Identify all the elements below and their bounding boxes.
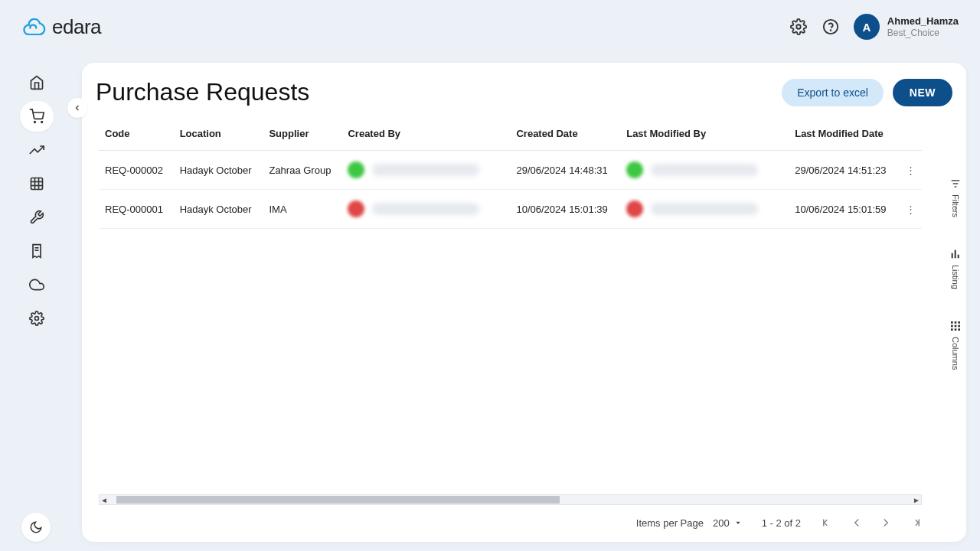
requests-table: Code Location Supplier Created By Create… — [99, 120, 922, 229]
svg-rect-24 — [958, 324, 960, 327]
svg-rect-18 — [958, 255, 959, 259]
cell-location: Hadayk October — [174, 151, 263, 190]
brand-logo[interactable]: edara — [21, 15, 101, 39]
theme-toggle[interactable] — [21, 513, 51, 542]
page-title: Purchase Requests — [96, 78, 309, 106]
svg-rect-21 — [958, 321, 960, 324]
sidebar-item-cloud[interactable] — [20, 269, 54, 300]
pager-last[interactable] — [908, 516, 922, 530]
cell-modified-date: 10/06/2024 15:01:59 — [789, 190, 899, 229]
avatar: A — [854, 14, 880, 40]
settings-icon[interactable] — [789, 18, 808, 36]
svg-point-0 — [796, 24, 801, 29]
user-dot-icon — [348, 161, 364, 178]
col-modified-date[interactable]: Last Modified Date — [789, 120, 899, 151]
scroll-right-icon[interactable]: ► — [912, 495, 921, 504]
redacted-name — [372, 203, 479, 215]
cell-modified-by — [620, 190, 789, 229]
sidebar-item-tools[interactable] — [20, 202, 54, 233]
svg-point-4 — [41, 122, 42, 123]
user-dot-icon — [626, 161, 643, 178]
redacted-name — [651, 203, 758, 215]
horizontal-scrollbar[interactable]: ◄ ► — [99, 494, 922, 505]
user-menu[interactable]: A Ahmed_Hamza Best_Choice — [854, 14, 959, 40]
svg-rect-20 — [955, 321, 957, 324]
help-icon[interactable] — [822, 18, 840, 36]
pager-range: 1 - 2 of 2 — [762, 517, 801, 529]
table-row[interactable]: REQ-000001 Hadayk October IMA 10/06/2024… — [99, 190, 922, 229]
svg-rect-22 — [951, 324, 953, 327]
cell-location: Hadayk October — [174, 190, 263, 229]
svg-rect-17 — [955, 250, 956, 259]
svg-rect-16 — [952, 253, 953, 259]
new-button[interactable]: NEW — [893, 79, 952, 106]
sidebar-item-analytics[interactable] — [20, 135, 54, 165]
pager-first[interactable] — [821, 516, 835, 530]
sidebar-item-receipt[interactable] — [20, 236, 54, 266]
collapse-sidebar-button[interactable] — [67, 98, 87, 118]
col-modified-by[interactable]: Last Modified By — [620, 120, 789, 151]
col-created-by[interactable]: Created By — [341, 120, 510, 151]
cell-created-by — [341, 151, 510, 190]
pager-next[interactable] — [879, 516, 893, 530]
col-location[interactable]: Location — [174, 120, 263, 151]
items-per-page-label: Items per Page — [636, 517, 704, 529]
cell-created-date: 29/06/2024 14:48:31 — [510, 151, 620, 190]
listing-panel-toggle[interactable]: Listing — [949, 248, 962, 289]
cell-code: REQ-000001 — [99, 190, 174, 229]
filters-panel-toggle[interactable]: Filters — [949, 178, 962, 217]
col-created-date[interactable]: Created Date — [510, 120, 620, 151]
pager-prev[interactable] — [850, 516, 864, 530]
svg-rect-25 — [951, 328, 953, 331]
svg-rect-5 — [31, 178, 42, 190]
svg-marker-28 — [736, 522, 740, 524]
sidebar — [0, 54, 73, 551]
table-row[interactable]: REQ-000002 Hadayk October Zahraa Group 2… — [99, 151, 922, 190]
redacted-name — [372, 164, 479, 176]
svg-rect-27 — [958, 328, 960, 331]
columns-panel-toggle[interactable]: Columns — [949, 320, 962, 370]
svg-point-2 — [830, 30, 831, 31]
brand-name: edara — [52, 15, 101, 39]
svg-rect-26 — [955, 328, 957, 331]
sidebar-item-inventory[interactable] — [20, 168, 54, 199]
svg-point-3 — [34, 122, 35, 123]
cell-modified-date: 29/06/2024 14:51:23 — [789, 151, 899, 190]
user-name: Ahmed_Hamza — [887, 15, 959, 28]
scrollbar-thumb[interactable] — [116, 496, 560, 504]
items-per-page-select[interactable]: 200 — [713, 517, 742, 529]
export-button[interactable]: Export to excel — [782, 79, 884, 106]
col-supplier[interactable]: Supplier — [263, 120, 341, 151]
svg-point-12 — [34, 317, 38, 321]
sidebar-item-settings[interactable] — [20, 303, 54, 334]
scroll-left-icon[interactable]: ◄ — [100, 495, 109, 504]
row-menu-button[interactable]: ⋮ — [899, 190, 922, 229]
user-org: Best_Choice — [887, 28, 959, 38]
svg-rect-23 — [955, 324, 957, 327]
redacted-name — [651, 164, 758, 176]
col-code[interactable]: Code — [99, 120, 174, 151]
user-dot-icon — [348, 201, 364, 217]
row-menu-button[interactable]: ⋮ — [899, 151, 922, 190]
cell-created-by — [341, 190, 510, 229]
cloud-logo-icon — [21, 18, 46, 35]
user-dot-icon — [626, 201, 643, 217]
cell-supplier: IMA — [263, 190, 341, 229]
cell-created-date: 10/06/2024 15:01:39 — [510, 190, 620, 229]
sidebar-item-cart[interactable] — [20, 101, 54, 132]
svg-rect-19 — [951, 321, 953, 324]
cell-code: REQ-000002 — [99, 151, 174, 190]
sidebar-item-home[interactable] — [20, 67, 54, 98]
cell-supplier: Zahraa Group — [263, 151, 341, 190]
cell-modified-by — [620, 151, 789, 190]
